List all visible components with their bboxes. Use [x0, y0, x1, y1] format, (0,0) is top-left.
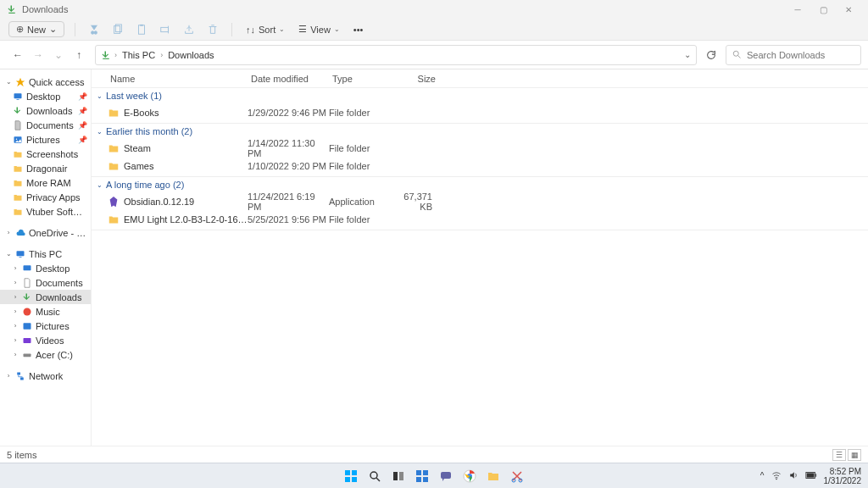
network-icon: [14, 370, 26, 382]
monitor-icon: [14, 248, 26, 260]
col-size[interactable]: Size: [395, 74, 439, 84]
paste-icon[interactable]: [133, 21, 150, 38]
volume-icon[interactable]: [788, 470, 798, 482]
snipping-tool-icon[interactable]: [509, 468, 526, 485]
sidebar-downloads[interactable]: Downloads 📌: [0, 103, 91, 118]
sidebar-screenshots[interactable]: Screenshots: [0, 147, 91, 161]
details-view-toggle[interactable]: ☰: [832, 449, 846, 461]
group-header[interactable]: ⌄A long time ago (2): [92, 177, 868, 192]
desktop-icon: [21, 263, 33, 274]
folder-icon: [12, 177, 24, 189]
file-row[interactable]: Games1/10/2022 9:20 PMFile folder: [92, 157, 868, 175]
wifi-icon[interactable]: [771, 470, 782, 482]
sidebar-vtuber-software[interactable]: Vtuber Software: [0, 204, 91, 219]
separator: [75, 23, 75, 36]
svg-rect-13: [19, 257, 22, 258]
copy-icon[interactable]: [109, 21, 126, 38]
sidebar-pc-videos[interactable]: › Videos: [0, 333, 91, 347]
svg-rect-17: [24, 338, 31, 343]
col-type[interactable]: Type: [329, 74, 395, 84]
chrome-icon[interactable]: [461, 468, 478, 485]
sidebar-network[interactable]: › Network: [0, 369, 91, 383]
file-row[interactable]: Obsidian.0.12.1911/24/2021 6:19 PMApplic…: [92, 192, 868, 210]
sidebar-desktop[interactable]: Desktop 📌: [0, 89, 91, 103]
cut-icon[interactable]: [86, 21, 103, 38]
col-date[interactable]: Date modified: [248, 74, 329, 84]
sidebar-quick-access[interactable]: ⌄ Quick access: [0, 75, 91, 89]
view-icon: ☰: [298, 24, 307, 35]
clock-time: 8:52 PM: [824, 467, 862, 476]
sidebar-pc-pictures[interactable]: › Pictures: [0, 319, 91, 333]
widgets-icon[interactable]: [414, 468, 431, 485]
breadcrumb-downloads[interactable]: Downloads: [166, 50, 215, 60]
chat-icon[interactable]: [437, 468, 454, 485]
sidebar-pc-downloads[interactable]: › Downloads: [0, 290, 91, 304]
share-icon[interactable]: [181, 21, 198, 38]
delete-icon[interactable]: [204, 21, 221, 38]
chevron-down-icon: ⌄: [334, 25, 340, 33]
minimize-button[interactable]: ─: [785, 0, 810, 19]
new-button[interactable]: ⊕ New ⌄: [8, 21, 64, 37]
maximize-button[interactable]: ▢: [810, 0, 836, 19]
group-label: Earlier this month (2): [106, 126, 192, 136]
chevron-right-icon: ›: [114, 51, 117, 59]
search-taskbar-icon[interactable]: [366, 468, 383, 485]
sidebar-pc-music[interactable]: › Music: [0, 304, 91, 319]
address-bar[interactable]: › This PC › Downloads ⌄: [95, 45, 697, 65]
sidebar-this-pc[interactable]: ⌄ This PC: [0, 247, 91, 261]
more-button[interactable]: •••: [350, 25, 367, 35]
refresh-button[interactable]: [702, 46, 721, 64]
svg-rect-30: [416, 477, 421, 482]
taskbar-clock[interactable]: 8:52 PM 1/31/2022: [824, 467, 862, 485]
sidebar-pc-desktop[interactable]: › Desktop: [0, 261, 91, 275]
svg-rect-22: [352, 470, 357, 475]
file-name: EMU Light L2.0-B3-L2-0-1618681457: [124, 214, 248, 225]
folder-icon: [107, 159, 120, 173]
status-bar: 5 items ☰ ▦: [0, 446, 868, 463]
rename-icon[interactable]: [157, 21, 174, 38]
folder-icon: [12, 148, 24, 160]
up-button[interactable]: ↑: [73, 49, 85, 61]
file-row[interactable]: EMU Light L2.0-B3-L2-0-16186814575/25/20…: [92, 210, 868, 228]
folder-icon: [12, 206, 24, 218]
start-button[interactable]: [342, 468, 359, 485]
sidebar-pc-acer-c[interactable]: › Acer (C:): [0, 347, 91, 362]
battery-icon[interactable]: [805, 471, 817, 481]
group-header[interactable]: ⌄Earlier this month (2): [92, 124, 868, 139]
sort-button[interactable]: ↑↓ Sort ⌄: [242, 25, 288, 35]
sidebar-more-ram[interactable]: More RAM: [0, 175, 91, 190]
recent-locations-button[interactable]: ⌄: [53, 49, 64, 61]
back-button[interactable]: ←: [12, 49, 24, 61]
file-row[interactable]: Steam1/14/2022 11:30 PMFile folder: [92, 139, 868, 157]
search-input[interactable]: [747, 50, 864, 60]
col-name[interactable]: Name: [107, 74, 248, 84]
pin-icon: 📌: [78, 92, 87, 101]
file-list-pane: Name Date modified Type Size ⌄Last week …: [92, 69, 868, 446]
view-button[interactable]: ☰ View ⌄: [295, 24, 343, 35]
thumbnails-view-toggle[interactable]: ▦: [848, 449, 861, 461]
address-dropdown-icon[interactable]: ⌄: [684, 50, 691, 59]
file-explorer-icon[interactable]: [485, 468, 502, 485]
close-button[interactable]: ✕: [836, 0, 861, 19]
breadcrumb-this-pc[interactable]: This PC: [120, 50, 157, 60]
group-header[interactable]: ⌄Last week (1): [92, 88, 868, 103]
sidebar-documents[interactable]: Documents 📌: [0, 118, 91, 132]
downloads-icon: [101, 50, 111, 60]
file-type: File folder: [329, 108, 395, 118]
file-date: 1/10/2022 9:20 PM: [248, 161, 329, 171]
file-name: Obsidian.0.12.19: [124, 197, 248, 207]
status-item-count: 5 items: [7, 450, 36, 460]
sidebar-dragonair[interactable]: Dragonair: [0, 161, 91, 175]
svg-rect-16: [24, 323, 31, 330]
sidebar-pc-documents[interactable]: › Documents: [0, 275, 91, 290]
file-row[interactable]: E-Books1/29/2022 9:46 PMFile folder: [92, 103, 868, 121]
file-name: Games: [124, 161, 248, 171]
task-view-icon[interactable]: [390, 468, 407, 485]
sidebar-onedrive[interactable]: › OneDrive - Personal: [0, 225, 91, 240]
forward-button[interactable]: →: [32, 49, 44, 61]
sidebar-pictures[interactable]: Pictures 📌: [0, 132, 91, 147]
search-box[interactable]: [726, 45, 861, 65]
tray-overflow-icon[interactable]: ^: [760, 471, 765, 480]
sidebar-privacy-apps[interactable]: Privacy Apps: [0, 190, 91, 204]
svg-rect-23: [345, 477, 350, 482]
